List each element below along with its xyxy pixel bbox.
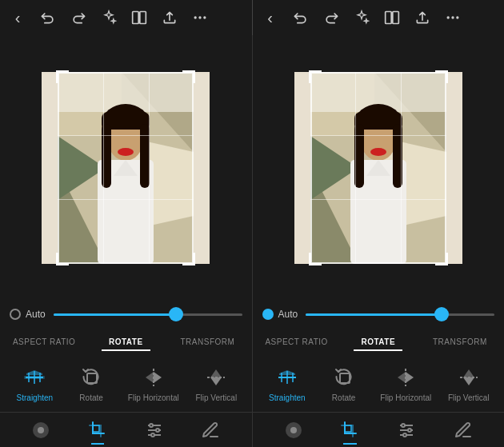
svg-marker-31 — [26, 370, 42, 375]
left-dot-button[interactable] — [30, 419, 52, 441]
straighten-icon-left — [22, 365, 47, 390]
back-button[interactable]: ‹ — [6, 6, 29, 29]
left-slider-track[interactable] — [54, 313, 242, 316]
tool-rotate-right[interactable]: Rotate — [324, 365, 364, 402]
right-photo — [310, 72, 446, 264]
svg-point-9 — [456, 16, 458, 18]
left-strip — [42, 72, 58, 264]
tool-flip-v-right[interactable]: Flip Vertical — [448, 365, 490, 402]
svg-point-8 — [451, 16, 454, 18]
svg-rect-54 — [393, 124, 402, 188]
more-button[interactable] — [189, 6, 211, 29]
right-crop-button[interactable] — [338, 419, 361, 441]
svg-point-2 — [194, 16, 197, 18]
tool-flip-h-left[interactable]: Flip Horizontal — [128, 365, 179, 402]
right-bottom-panel — [253, 412, 505, 447]
right-crop-handle-bl[interactable] — [309, 253, 322, 265]
left-auto-circle[interactable] — [10, 309, 21, 320]
right-left-strip — [294, 72, 310, 264]
right-photo-frame — [310, 72, 446, 264]
crop-handle-tl[interactable] — [56, 70, 69, 83]
crop-handle-tr[interactable] — [182, 70, 195, 83]
right-pen-button[interactable] — [452, 419, 474, 441]
tool-straighten-right[interactable]: Straighten — [267, 365, 307, 402]
svg-point-20 — [118, 148, 134, 156]
right-crop-handle-tl[interactable] — [309, 70, 322, 83]
left-pen-button[interactable] — [199, 419, 222, 441]
right-magic-button[interactable] — [350, 6, 373, 29]
right-panel: Auto ASPECT RATIO ROTATE TRANSFORM — [253, 35, 505, 412]
right-auto-label: Auto — [278, 309, 298, 320]
svg-marker-66 — [463, 377, 474, 385]
svg-marker-63 — [406, 372, 414, 383]
svg-marker-38 — [210, 377, 222, 385]
right-right-strip — [446, 72, 462, 264]
svg-marker-34 — [146, 372, 154, 383]
left-image-area — [0, 35, 252, 300]
rotate-label-left: Rotate — [79, 393, 102, 402]
right-crop-handle-tr[interactable] — [435, 70, 448, 83]
tab-transform-left[interactable]: TRANSFORM — [166, 334, 248, 349]
right-toolbar: ‹ — [253, 0, 505, 35]
rotate-label-right: Rotate — [332, 393, 355, 402]
flip-h-icon-right — [393, 365, 418, 390]
tab-transform-right[interactable]: TRANSFORM — [419, 334, 501, 349]
right-tabs: ASPECT RATIO ROTATE TRANSFORM — [253, 329, 505, 354]
tab-aspect-ratio-right[interactable]: ASPECT RATIO — [256, 334, 338, 349]
right-more-button[interactable] — [442, 6, 464, 29]
rotate-icon-right — [331, 365, 357, 390]
svg-marker-65 — [463, 369, 474, 377]
right-compare-button[interactable] — [381, 6, 403, 29]
right-dot-button[interactable] — [282, 419, 305, 441]
magic-button[interactable] — [98, 6, 120, 29]
flip-v-label-left: Flip Vertical — [195, 393, 237, 402]
right-slider-track[interactable] — [306, 313, 494, 316]
left-photo-frame — [58, 72, 194, 264]
export-button[interactable] — [158, 6, 181, 29]
flip-h-label-right: Flip Horizontal — [380, 393, 431, 402]
svg-rect-53 — [354, 124, 364, 188]
svg-marker-59 — [279, 370, 295, 375]
left-crop-button[interactable] — [86, 419, 109, 441]
svg-rect-68 — [93, 425, 99, 432]
left-sliders-button[interactable] — [143, 419, 166, 441]
right-undo-button[interactable] — [290, 6, 312, 29]
redo-button[interactable] — [67, 6, 90, 29]
svg-rect-5 — [385, 12, 391, 24]
tab-rotate-right[interactable]: ROTATE — [338, 334, 419, 349]
straighten-label-right: Straighten — [269, 393, 306, 402]
svg-point-81 — [408, 429, 411, 432]
tool-rotate-left[interactable]: Rotate — [71, 365, 111, 402]
crop-handle-bl[interactable] — [56, 253, 69, 265]
dot-circle-right — [286, 422, 302, 438]
right-back-button[interactable]: ‹ — [259, 6, 282, 29]
tab-aspect-ratio-left[interactable]: ASPECT RATIO — [3, 334, 85, 349]
straighten-label-left: Straighten — [17, 393, 54, 402]
svg-point-67 — [38, 427, 44, 433]
left-tools-row: Straighten Rotate — [0, 354, 252, 412]
main-area: Auto ASPECT RATIO ROTATE TRANSFORM — [0, 35, 504, 412]
right-crop-handle-br[interactable] — [435, 253, 448, 265]
right-auto-circle[interactable] — [262, 309, 274, 320]
rotate-icon-left — [78, 365, 104, 390]
svg-point-72 — [150, 424, 153, 427]
tab-rotate-left[interactable]: ROTATE — [85, 334, 166, 349]
left-auto-label: Auto — [26, 309, 46, 320]
right-strip — [194, 72, 210, 264]
right-sliders-button[interactable] — [395, 419, 418, 441]
right-auto-indicator: Auto — [262, 309, 298, 320]
right-export-button[interactable] — [411, 6, 434, 29]
flip-h-label-left: Flip Horizontal — [128, 393, 179, 402]
right-redo-button[interactable] — [320, 6, 342, 29]
undo-button[interactable] — [37, 6, 59, 29]
tool-straighten-left[interactable]: Straighten — [14, 365, 54, 402]
crop-handle-br[interactable] — [182, 253, 195, 265]
tool-flip-v-left[interactable]: Flip Vertical — [195, 365, 237, 402]
flip-h-icon-left — [141, 365, 166, 390]
svg-marker-35 — [154, 372, 162, 383]
dot-circle-left — [33, 422, 49, 438]
left-photo — [58, 72, 194, 264]
tool-flip-h-right[interactable]: Flip Horizontal — [380, 365, 431, 402]
flip-v-icon-left — [203, 365, 229, 390]
compare-button[interactable] — [128, 6, 150, 29]
